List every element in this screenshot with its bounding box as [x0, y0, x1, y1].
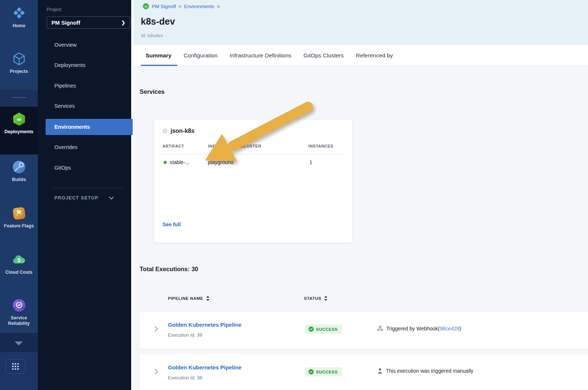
svg-text:∞: ∞: [144, 4, 147, 8]
module-deployments[interactable]: ∞ Deployments: [0, 111, 38, 135]
artifact-status-dot: [164, 161, 167, 164]
module-cloud-costs[interactable]: $ Cloud Costs: [0, 252, 38, 275]
project-label: Project: [47, 7, 61, 12]
project-setup-label: PROJECT SETUP: [54, 195, 98, 201]
service-name: json-k8s: [171, 128, 194, 134]
rail-scroll-down-button[interactable]: [12, 339, 26, 347]
module-label: Deployments: [4, 129, 33, 135]
breadcrumb-project-link[interactable]: PM Signoff: [152, 4, 176, 9]
sort-icon[interactable]: [324, 296, 327, 301]
expand-chevron-icon[interactable]: [154, 368, 159, 375]
home-icon: [11, 5, 27, 21]
sidebar-item-overrides[interactable]: Overrides: [54, 144, 78, 150]
chevron-right-icon: ❯: [121, 20, 125, 25]
chevron-down-icon: [109, 196, 114, 200]
sort-icon[interactable]: [206, 296, 209, 301]
sidebar-item-environments[interactable]: Environments: [46, 119, 133, 135]
projects-icon: [11, 51, 27, 67]
grid-icon: [11, 362, 19, 370]
module-service-reliability[interactable]: Service Reliability: [0, 297, 38, 326]
check-circle-icon: [308, 369, 314, 375]
column-header-artifact: ARTIFACT: [162, 144, 184, 148]
column-header-text: STATUS: [304, 296, 321, 301]
deployments-module-icon: ∞: [143, 3, 149, 10]
instances-value: 1: [309, 159, 312, 165]
tab-infrastructure-definitions[interactable]: Infrastructure Definitions: [230, 45, 291, 66]
execution-id: Execution Id: 38: [168, 375, 202, 380]
page-title: k8s-dev: [141, 16, 175, 27]
module-label: Feature Flags: [4, 223, 34, 229]
rail-section-divider: [0, 90, 38, 107]
execution-row: Golden Kubernetes Pipeline Execution Id:…: [140, 312, 588, 349]
module-label: Builds: [12, 177, 26, 182]
project-selector[interactable]: PM Signoff ❯: [47, 16, 130, 29]
tab-referenced-by[interactable]: Referenced by: [356, 45, 393, 66]
sidebar-content-gutter: [131, 0, 133, 390]
expand-chevron-icon[interactable]: [154, 325, 159, 333]
pipeline-name-link[interactable]: Golden Kubernetes Pipeline: [168, 322, 241, 328]
module-feature-flags[interactable]: Feature Flags: [0, 205, 38, 229]
services-heading: Services: [140, 88, 165, 95]
tab-configuration[interactable]: Configuration: [184, 45, 218, 66]
project-setup-toggle[interactable]: PROJECT SETUP: [54, 195, 114, 201]
column-header-status: STATUS: [304, 296, 327, 301]
module-picker-button[interactable]: [6, 359, 25, 374]
sidebar-item-overview[interactable]: Overview: [54, 42, 76, 48]
webhook-icon: [377, 325, 383, 332]
column-header-cluster: INFRA/GITOPS CLUSTER: [208, 144, 261, 148]
column-header-instances: INSTANCES: [308, 144, 333, 148]
user-icon: [377, 368, 383, 374]
webhook-id-link[interactable]: 98ce428: [440, 326, 460, 332]
column-header-text: PIPELINE NAME: [168, 296, 203, 301]
check-circle-icon: [308, 326, 314, 332]
table-divider: [162, 154, 344, 155]
execution-row: Golden Kubernetes Pipeline Execution Id:…: [140, 355, 588, 390]
breadcrumb: ∞ PM Signoff > Environments >: [143, 3, 220, 10]
status-badge: SUCCESS: [305, 325, 342, 334]
entity-id: Id: k8sdev: [141, 33, 163, 38]
trigger-info: Triggered by Webhook(98ce428): [377, 325, 461, 332]
module-builds[interactable]: Builds: [0, 159, 38, 182]
gear-icon: ⚙: [162, 128, 168, 134]
svg-text:∞: ∞: [17, 116, 21, 123]
sidebar-item-gitops[interactable]: GitOps: [54, 165, 71, 171]
execution-id: Execution Id: 39: [168, 332, 202, 338]
service-reliability-icon: [11, 297, 27, 313]
deployments-icon: ∞: [11, 111, 27, 127]
status-text: SUCCESS: [316, 327, 338, 332]
project-sidebar: Project PM Signoff ❯ Overview Deployment…: [38, 0, 131, 390]
svg-text:$: $: [17, 257, 21, 263]
sidebar-item-services[interactable]: Services: [54, 103, 75, 109]
trigger-text: This execution was triggered manually: [386, 368, 473, 374]
breadcrumb-separator: >: [217, 4, 220, 9]
see-full-link[interactable]: See full: [162, 221, 181, 227]
breadcrumb-environments-link[interactable]: Environments: [184, 4, 215, 9]
sidebar-item-pipelines[interactable]: Pipelines: [54, 83, 76, 89]
pipeline-name-link[interactable]: Golden Kubernetes Pipeline: [168, 364, 241, 370]
module-label: Service Reliability: [0, 315, 38, 326]
tab-summary[interactable]: Summary: [146, 45, 172, 66]
tab-bar: Summary Configuration Infrastructure Def…: [133, 45, 588, 66]
module-label: Home: [12, 23, 25, 29]
module-home[interactable]: Home: [0, 5, 38, 29]
service-card: ⚙ json-k8s ARTIFACT INFRA/GITOPS CLUSTER…: [154, 119, 353, 243]
cluster-value: playground: [208, 159, 233, 165]
project-name: PM Signoff: [51, 20, 80, 26]
chevron-down-icon: [12, 339, 26, 347]
status-text: SUCCESS: [316, 370, 338, 374]
total-executions-label: Total Executions: 30: [140, 266, 198, 273]
artifact-value: stable-...: [170, 159, 190, 165]
module-projects[interactable]: Projects: [0, 51, 38, 74]
trigger-info: This execution was triggered manually: [377, 368, 473, 374]
cloud-costs-icon: $: [11, 252, 27, 268]
tab-gitops-clusters[interactable]: GitOps Clusters: [304, 45, 344, 66]
sidebar-item-deployments[interactable]: Deployments: [54, 62, 86, 68]
feature-flags-icon: [11, 205, 27, 221]
sidebar-divider: [53, 188, 122, 188]
builds-icon: [11, 159, 27, 175]
module-label: Cloud Costs: [6, 270, 33, 275]
status-badge: SUCCESS: [305, 367, 342, 376]
module-label: Projects: [10, 69, 28, 74]
trigger-text: Triggered by Webhook(98ce428): [386, 326, 461, 332]
breadcrumb-separator: >: [179, 4, 182, 9]
